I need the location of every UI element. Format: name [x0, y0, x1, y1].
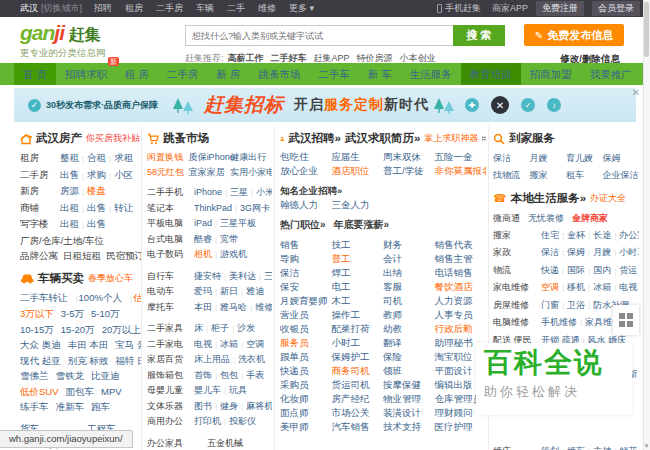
link[interactable]: 柜子	[211, 323, 229, 333]
category-label[interactable]: 搬家	[493, 227, 541, 244]
link[interactable]: 丰田 本田	[68, 339, 109, 350]
link[interactable]: 租 房	[116, 63, 158, 85]
link[interactable]: 出纳	[383, 266, 435, 280]
category-label[interactable]: 家政	[493, 244, 541, 261]
link[interactable]: 教育培训	[461, 63, 521, 85]
link[interactable]: 快递	[541, 265, 559, 275]
link[interactable]: 酷睿	[194, 234, 212, 244]
link[interactable]: 空调	[541, 282, 559, 292]
link[interactable]: 捷安特	[194, 271, 221, 281]
link[interactable]: 保险	[383, 350, 435, 364]
link[interactable]: 客服	[383, 280, 435, 294]
search-input[interactable]	[185, 25, 453, 46]
link[interactable]: 三金人力	[332, 198, 384, 212]
link[interactable]: 三星平板	[220, 218, 256, 228]
link[interactable]: 卫浴	[567, 300, 585, 310]
link[interactable]: 电视	[194, 339, 212, 349]
link[interactable]: 找物流	[493, 167, 530, 184]
link[interactable]: 销售代表	[435, 238, 487, 252]
link[interactable]: 沙发	[237, 323, 255, 333]
link[interactable]: 大众 奥迪	[20, 339, 61, 350]
link[interactable]: 金杯	[567, 230, 585, 240]
city-selector[interactable]: 武汉	[20, 2, 38, 15]
link[interactable]: 电工	[332, 280, 384, 294]
local-service-promo-link[interactable]: 办证大全	[590, 192, 626, 205]
link[interactable]: 冰箱	[593, 282, 611, 292]
category-label[interactable]: 新房	[20, 183, 60, 199]
link[interactable]: 赶集APP	[314, 53, 350, 63]
link[interactable]: 货运司机	[332, 378, 384, 392]
link[interactable]: 15-20万	[61, 324, 95, 335]
link[interactable]: 移机	[567, 282, 585, 292]
category-label[interactable]: 商铺	[20, 200, 60, 216]
link[interactable]: 车辆	[196, 3, 214, 13]
link[interactable]: 整租	[60, 152, 79, 163]
category-label[interactable]: 房屋维修	[493, 297, 541, 314]
link[interactable]: 实用小家电	[230, 165, 272, 180]
link[interactable]: 二手好车	[271, 53, 307, 63]
scrollbar-track[interactable]: ▼	[643, 0, 650, 450]
category-label[interactable]: 物流	[493, 262, 541, 279]
link[interactable]: 国际	[567, 265, 585, 275]
link[interactable]: 按摩保健	[383, 378, 435, 392]
link[interactable]: 图书	[194, 401, 212, 411]
link[interactable]: 保洁	[541, 247, 559, 257]
overlay-ad[interactable]: 百科全说 助你轻松解决	[476, 343, 632, 415]
link[interactable]: 宜家家居	[189, 165, 231, 180]
link[interactable]: 月嫂育婴师	[280, 294, 332, 308]
link[interactable]: 高薪工作	[228, 53, 264, 63]
link[interactable]: 长途	[593, 230, 611, 240]
link[interactable]: 求购	[87, 169, 106, 180]
jobs-promo-link[interactable]: 掌上求职神器	[424, 132, 478, 145]
link[interactable]: 招商加盟	[521, 63, 581, 85]
publish-button[interactable]: ✎免费发布信息	[524, 24, 624, 46]
category-label[interactable]: 商用办公	[147, 414, 194, 429]
link[interactable]: 月嫂	[593, 247, 611, 257]
link[interactable]: 技术支持	[383, 420, 435, 434]
link[interactable]: 幼教	[383, 322, 435, 336]
link[interactable]: 操作工	[332, 308, 384, 322]
link[interactable]: 租房	[125, 3, 143, 13]
link[interactable]: 宝马 奔驰	[115, 339, 141, 350]
link[interactable]: 商家APP	[492, 2, 528, 15]
link[interactable]: 日租短租	[63, 250, 101, 261]
link[interactable]: 酒店职位	[332, 164, 384, 178]
link[interactable]: 二手	[227, 3, 245, 13]
link[interactable]: 婚车	[567, 446, 585, 450]
ganji-logo[interactable]: ganji 赶集 更专业的分类信息网	[20, 21, 106, 60]
link[interactable]: 手机维修	[541, 317, 577, 327]
link[interactable]: 新 房	[207, 63, 249, 85]
link[interactable]: 维修	[258, 3, 276, 13]
link[interactable]: 包吃住	[280, 150, 332, 164]
link[interactable]: 健身	[220, 401, 238, 411]
link[interactable]: 美利达	[229, 271, 256, 281]
link[interactable]: ThinkPad	[194, 203, 232, 213]
link[interactable]: 会员登录	[592, 1, 640, 16]
link[interactable]: 门窗	[541, 300, 559, 310]
link[interactable]: 练手车	[20, 401, 49, 412]
link[interactable]: 木工	[332, 294, 384, 308]
link[interactable]: 导购	[280, 252, 332, 266]
link[interactable]: 年底要涨薪»	[334, 219, 390, 230]
category-label[interactable]: 二手家具	[147, 321, 194, 336]
link[interactable]: 雪铁龙	[56, 370, 85, 381]
link[interactable]: 跑车	[91, 401, 110, 412]
link[interactable]: 特价房源	[357, 53, 393, 63]
link[interactable]: 雪佛兰	[20, 370, 49, 381]
link[interactable]: 面包车	[66, 386, 95, 397]
link[interactable]: 采购员	[280, 378, 332, 392]
link[interactable]: 健康出行	[230, 150, 272, 165]
link[interactable]: 汽车销售	[332, 420, 384, 434]
link[interactable]: 物业管理	[383, 392, 435, 406]
link[interactable]: 企业保洁	[603, 167, 640, 184]
housing-promo-link[interactable]: 你买房我补贴	[86, 132, 140, 145]
category-label[interactable]: 平板电脑	[147, 216, 194, 231]
link[interactable]: 手机赶集	[445, 2, 481, 15]
link[interactable]: 保姆	[567, 247, 585, 257]
category-label[interactable]: 租房	[20, 150, 60, 166]
link[interactable]: 别克 标致	[68, 355, 109, 366]
link[interactable]: 小区	[114, 169, 133, 180]
local-service-title[interactable]: 本地生活服务»	[511, 191, 586, 206]
link[interactable]: 雅迪	[246, 286, 264, 296]
link[interactable]: 二手房	[156, 3, 183, 13]
